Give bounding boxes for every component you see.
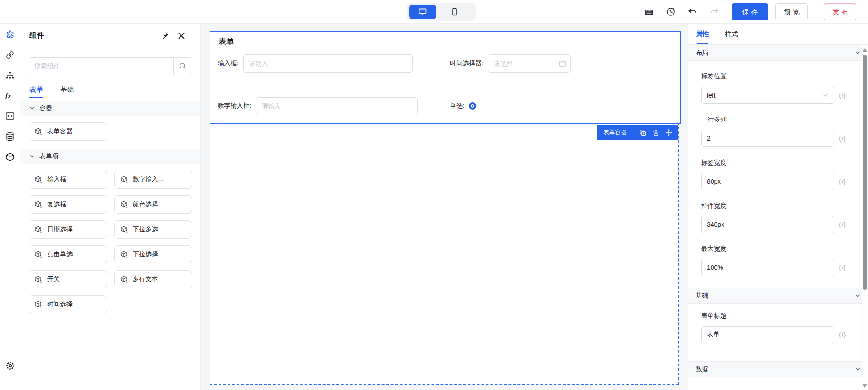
selected-form-container[interactable]: 表单 输入框: 时间选择器:: [210, 31, 681, 124]
settings-gear-icon[interactable]: [5, 360, 15, 371]
inspector-field: 标签宽度 80px {/}: [701, 159, 862, 190]
inspector-field: 表单标题 表单 {/}: [701, 312, 862, 343]
publish-button[interactable]: 发布: [824, 3, 856, 20]
tab-form[interactable]: 表单: [29, 85, 43, 98]
field-label: 标签位置: [701, 73, 862, 81]
component-item-label: 表单容器: [47, 127, 73, 136]
form-title: 表单: [219, 36, 673, 47]
component-item-label: 下拉选择: [133, 250, 158, 258]
field-control[interactable]: 340px: [701, 216, 834, 233]
field-label: 控件宽度: [701, 202, 862, 210]
expression-badge[interactable]: {/}: [839, 92, 846, 99]
component-item[interactable]: 颜色选择: [114, 195, 193, 214]
page-container[interactable]: 表单 输入框: 时间选择器:: [210, 31, 679, 385]
field-control[interactable]: left: [701, 87, 834, 104]
field-label: 时间选择器:: [450, 59, 483, 68]
form-field-number: 数字输入框:: [218, 97, 450, 115]
component-item[interactable]: 多行文本: [114, 270, 193, 288]
field-label: 输入框:: [218, 59, 239, 68]
model-cube-icon[interactable]: [5, 151, 15, 162]
inspector-field: 最大宽度 100% {/}: [701, 245, 862, 276]
copy-icon[interactable]: [639, 129, 646, 136]
tab-basic[interactable]: 基础: [60, 85, 74, 98]
cube-plus-icon: [34, 128, 43, 136]
cube-plus-icon: [120, 251, 128, 258]
save-button[interactable]: 保存: [732, 3, 768, 20]
hierarchy-icon[interactable]: [5, 70, 15, 81]
section-header-containers[interactable]: 容器: [20, 101, 200, 116]
redo-icon[interactable]: [708, 6, 720, 18]
keyboard-shortcuts-icon[interactable]: [643, 6, 655, 18]
pin-icon[interactable]: [161, 31, 170, 40]
form-field-input: 输入框:: [218, 54, 450, 73]
close-icon[interactable]: [177, 31, 186, 40]
text-input[interactable]: [243, 54, 413, 73]
section-header-layout[interactable]: 布局: [688, 45, 868, 61]
expression-badge[interactable]: {/}: [839, 264, 846, 271]
delete-icon[interactable]: [652, 129, 659, 136]
database-icon[interactable]: [5, 131, 15, 142]
component-item-label: 多行文本: [133, 275, 158, 283]
field-label: 标签宽度: [701, 159, 862, 167]
inspector-field: 一行多列 2 {/}: [701, 116, 862, 147]
cube-plus-icon: [120, 201, 128, 209]
radio-selected[interactable]: [469, 102, 476, 110]
basic-fields: 表单标题 表单 {/}: [688, 312, 868, 361]
component-item[interactable]: 复选框: [29, 195, 107, 214]
desktop-view-button[interactable]: [409, 5, 436, 19]
search-button[interactable]: [173, 58, 192, 75]
expression-badge[interactable]: {/}: [839, 135, 846, 142]
component-item[interactable]: 输入框: [29, 171, 107, 189]
field-control[interactable]: 100%: [701, 259, 834, 276]
field-control[interactable]: 80px: [701, 173, 834, 190]
section-header-basic[interactable]: 基础: [688, 288, 868, 304]
layout-fields: 标签位置 left {/} 一行多列: [688, 73, 868, 288]
expression-badge[interactable]: {/}: [839, 331, 846, 338]
component-item[interactable]: 点击单选: [29, 245, 107, 263]
component-item-label: 日期选择: [47, 225, 73, 234]
move-icon[interactable]: [665, 129, 673, 136]
component-item[interactable]: 数字输入...: [114, 171, 193, 189]
section-data: 数据: [688, 361, 868, 377]
design-canvas[interactable]: 表单 输入框: 时间选择器:: [201, 24, 688, 390]
function-fx-icon[interactable]: fx: [5, 90, 15, 101]
field-control[interactable]: 2: [701, 130, 834, 147]
component-item-label: 开关: [47, 275, 60, 283]
field-control[interactable]: 表单: [701, 326, 834, 343]
component-item[interactable]: 表单容器: [29, 122, 107, 141]
field-label: 一行多列: [701, 116, 862, 124]
scrollbar[interactable]: [862, 45, 868, 390]
form-field-radio: 单选:: [450, 102, 673, 110]
component-item[interactable]: 日期选择: [29, 220, 107, 239]
section-header-form-items[interactable]: 表单项: [20, 149, 200, 164]
search-icon: [179, 62, 187, 70]
components-puzzle-icon[interactable]: [5, 29, 15, 40]
component-item-label: 复选框: [47, 200, 66, 209]
selection-tag-label: 表单容器: [603, 128, 627, 136]
scroll-down-arrow[interactable]: [863, 384, 867, 388]
number-input[interactable]: [256, 97, 418, 115]
code-icon[interactable]: [5, 111, 15, 122]
expression-badge[interactable]: {/}: [839, 178, 846, 185]
scroll-up-arrow[interactable]: [863, 48, 867, 52]
mobile-view-button[interactable]: [441, 5, 468, 19]
expression-badge[interactable]: {/}: [839, 221, 846, 228]
scrollbar-thumb[interactable]: [863, 55, 867, 290]
component-item[interactable]: 时间选择: [29, 295, 107, 313]
inspector-panel: 属性 样式 布局 标签位置 left: [688, 24, 868, 390]
preview-button[interactable]: 预览: [775, 3, 808, 20]
component-item[interactable]: 开关: [29, 270, 107, 288]
tab-properties[interactable]: 属性: [696, 24, 709, 44]
component-search: [29, 57, 192, 75]
component-item-label: 点击单选: [47, 250, 73, 258]
link-icon[interactable]: [5, 49, 15, 60]
section-header-data[interactable]: 数据: [688, 361, 868, 377]
component-item[interactable]: 下拉选择: [114, 245, 193, 263]
time-picker-input[interactable]: [488, 54, 571, 73]
component-item[interactable]: 下拉多选: [114, 220, 193, 239]
tag-divider: [633, 130, 633, 136]
undo-icon[interactable]: [687, 6, 698, 18]
tab-styles[interactable]: 样式: [725, 24, 738, 44]
history-icon[interactable]: [665, 6, 677, 18]
search-input[interactable]: [29, 58, 173, 75]
